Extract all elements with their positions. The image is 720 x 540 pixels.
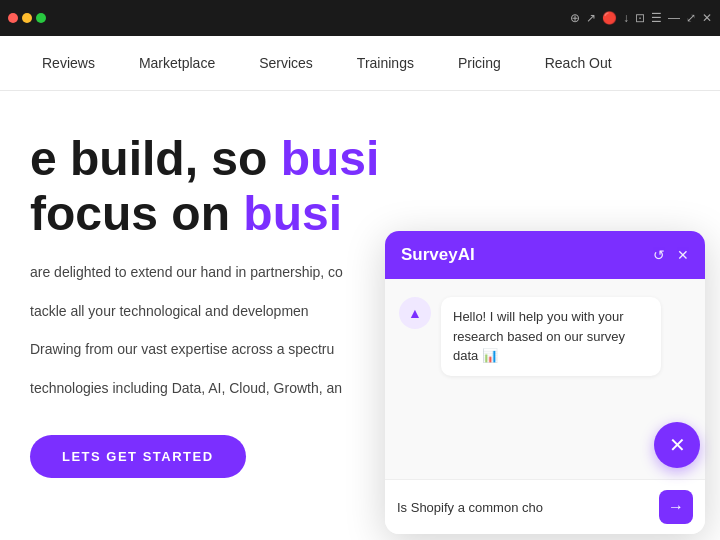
- hero-title-purple2: busi: [243, 187, 342, 240]
- nav-item-pricing[interactable]: Pricing: [436, 36, 523, 91]
- chat-message: ▲ Hello! I will help you with your resea…: [399, 297, 691, 376]
- hero-body-1: are delighted to extend our hand in part…: [30, 261, 390, 283]
- share-icon: ↗: [586, 11, 596, 25]
- download-icon: ↓: [623, 11, 629, 25]
- minimize-dot[interactable]: [22, 13, 32, 23]
- close-dot[interactable]: [8, 13, 18, 23]
- page-wrapper: Reviews Marketplace Services Trainings P…: [0, 36, 720, 540]
- split-icon: ⊡: [635, 11, 645, 25]
- hero-body-2: tackle all your technological and develo…: [30, 300, 390, 322]
- browser-chrome: ⊕ ↗ 🔴 ↓ ⊡ ☰ — ⤢ ✕: [0, 0, 720, 36]
- chat-bot-avatar: ▲: [399, 297, 431, 329]
- nav-item-reviews[interactable]: Reviews: [20, 36, 117, 91]
- nav-item-reach-out[interactable]: Reach Out: [523, 36, 634, 91]
- nav-item-trainings[interactable]: Trainings: [335, 36, 436, 91]
- float-close-button[interactable]: ✕: [654, 422, 700, 468]
- close-window-icon[interactable]: ✕: [702, 11, 712, 25]
- browser-toolbar: ⊕ ↗ 🔴 ↓ ⊡ ☰ — ⤢ ✕: [570, 11, 712, 25]
- chat-widget: SurveyAI ↺ ✕ ▲ Hello! I will help you wi…: [385, 231, 705, 534]
- menu-icon[interactable]: ☰: [651, 11, 662, 25]
- float-close-icon: ✕: [669, 433, 686, 457]
- chat-header: SurveyAI ↺ ✕: [385, 231, 705, 279]
- chat-title: SurveyAI: [401, 245, 475, 265]
- restore-icon[interactable]: ⤢: [686, 11, 696, 25]
- cta-button[interactable]: LETS GET STARTED: [30, 435, 246, 478]
- hero-title-line2: focus on: [30, 187, 230, 240]
- minimize-icon[interactable]: —: [668, 11, 680, 25]
- hero-title-purple1: busi: [281, 132, 380, 185]
- chat-header-icons: ↺ ✕: [653, 247, 689, 263]
- window-controls: [8, 13, 46, 23]
- hero-title: e build, so busi focus on busi: [30, 131, 390, 241]
- hero-body-3: Drawing from our vast expertise across a…: [30, 338, 390, 360]
- send-icon: →: [668, 498, 684, 516]
- chat-bubble: Hello! I will help you with your researc…: [441, 297, 661, 376]
- extensions-icon: 🔴: [602, 11, 617, 25]
- hero-body-4: technologies including Data, AI, Cloud, …: [30, 377, 390, 399]
- nav-item-marketplace[interactable]: Marketplace: [117, 36, 237, 91]
- hero-title-line1: e build, so: [30, 132, 267, 185]
- chat-close-icon[interactable]: ✕: [677, 247, 689, 263]
- hero-section: e build, so busi focus on busi are delig…: [0, 91, 720, 498]
- maximize-dot[interactable]: [36, 13, 46, 23]
- chat-send-button[interactable]: →: [659, 490, 693, 524]
- bot-avatar-icon: ▲: [408, 305, 422, 321]
- chat-refresh-icon[interactable]: ↺: [653, 247, 665, 263]
- navbar: Reviews Marketplace Services Trainings P…: [0, 36, 720, 91]
- nav-item-services[interactable]: Services: [237, 36, 335, 91]
- chat-input-area: →: [385, 479, 705, 534]
- chat-input[interactable]: [397, 500, 651, 515]
- monitor-icon: ⊕: [570, 11, 580, 25]
